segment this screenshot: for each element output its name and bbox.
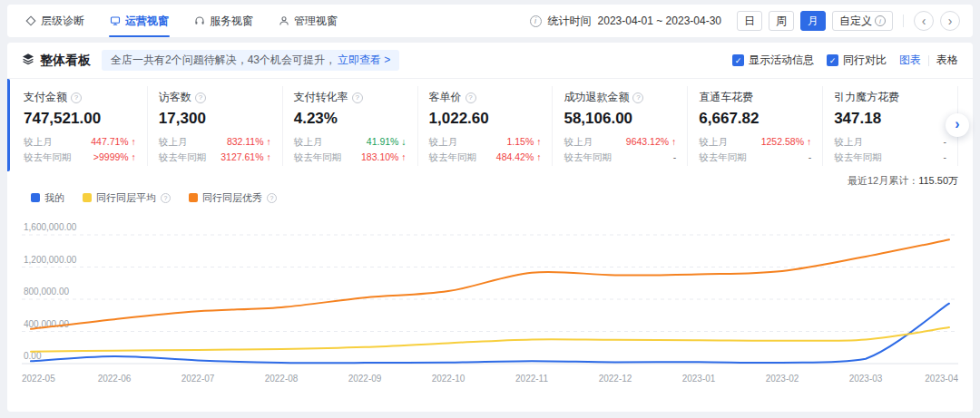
show-activity-checkbox[interactable]: 显示活动信息 [732, 53, 814, 68]
mom-label: 较上月 [834, 134, 863, 150]
notice-text: 全店一共有2个问题待解决，43个机会可提升， [111, 53, 336, 68]
legend-item-peer-excellent[interactable]: 同行同层优秀 [189, 191, 277, 205]
svg-text:2023-03: 2023-03 [849, 374, 883, 384]
date-controls: 统计时间 2023-04-01 ~ 2023-04-30 日 周 月 自定义 [530, 11, 960, 31]
range-custom-label: 自定义 [839, 14, 872, 29]
legend-item-peer-average[interactable]: 同行同层平均 [83, 191, 171, 205]
metric-card-visitors[interactable]: 访客数 17,300 较上月 832.11% ↑ 较去年同期 3127.61% … [148, 86, 283, 166]
divider [928, 55, 929, 66]
tab-operation-view[interactable]: 运营视窗 [97, 5, 181, 37]
metric-card-conversion-rate[interactable]: 支付转化率 4.23% 较上月 41.91% ↓ 较去年同期 183.10% ↑ [283, 86, 418, 166]
yoy-delta: 484.42% ↑ [496, 150, 542, 165]
svg-text:2022-10: 2022-10 [432, 374, 466, 384]
help-icon[interactable] [466, 92, 476, 103]
svg-text:800,000.00: 800,000.00 [24, 287, 69, 296]
legend-label: 同行同层优秀 [202, 191, 262, 205]
tab-service-view[interactable]: 服务视窗 [181, 5, 266, 37]
mom-delta: 41.91% ↓ [367, 134, 407, 150]
legend-item-mine[interactable]: 我的 [31, 191, 64, 205]
mom-delta: 447.71% ↑ [91, 134, 136, 150]
monitor-icon [110, 15, 121, 26]
metric-title: 访客数 [159, 90, 191, 105]
help-icon[interactable] [195, 92, 206, 103]
metric-card-gravity-cube-cost[interactable]: 引力魔方花费 347.18 较上月 - 较去年同期 - [823, 86, 958, 166]
metric-card-refund-amount[interactable]: 成功退款金额 58,106.00 较上月 9643.12% ↑ 较去年同期 - [553, 86, 688, 166]
divider [903, 15, 904, 27]
legend-swatch-blue [31, 193, 40, 202]
svg-text:2023-02: 2023-02 [766, 374, 799, 384]
headset-icon [194, 15, 205, 26]
next-period-button[interactable] [940, 11, 960, 31]
tab-management-view[interactable]: 管理视窗 [266, 5, 350, 37]
info-icon[interactable] [530, 15, 542, 27]
mom-delta: 9643.12% ↑ [626, 134, 676, 150]
svg-text:2022-05: 2022-05 [22, 374, 55, 384]
board-title-text: 整体看板 [40, 53, 91, 69]
metric-card-express-train-cost[interactable]: 直通车花费 6,667.82 较上月 1252.58% ↑ 较去年同期 - [688, 86, 823, 166]
tab-label: 层级诊断 [41, 14, 84, 29]
range-month-button[interactable]: 月 [800, 11, 826, 31]
help-icon[interactable] [632, 92, 643, 103]
cards-scroll-next-button[interactable] [946, 113, 969, 137]
yoy-delta: - [673, 150, 677, 165]
legend-label: 同行同层平均 [96, 191, 156, 205]
stat-time-value: 2023-04-01 ~ 2023-04-30 [598, 15, 721, 27]
overview-board-panel: 整体看板 全店一共有2个问题待解决，43个机会可提升， 立即查看 > 显示活动信… [7, 43, 973, 412]
svg-text:2022-06: 2022-06 [98, 374, 132, 384]
mom-delta: 1252.58% ↑ [761, 134, 811, 150]
tab-label: 运营视窗 [125, 14, 169, 29]
svg-text:1,200,000.00: 1,200,000.00 [24, 255, 77, 265]
help-icon[interactable] [352, 92, 363, 103]
layers-icon [22, 53, 34, 68]
legend-swatch-yellow [83, 193, 92, 202]
cumulative-total: 最近12月累计：115.50万 [22, 173, 958, 188]
table-view-link[interactable]: 表格 [936, 53, 958, 68]
peer-compare-checkbox[interactable]: 同行对比 [827, 53, 887, 68]
metric-value: 347.18 [834, 110, 946, 128]
svg-text:2022-11: 2022-11 [515, 374, 548, 384]
board-title: 整体看板 [22, 53, 91, 69]
tab-label: 服务视窗 [210, 14, 253, 29]
yoy-delta: >9999% ↑ [93, 150, 136, 165]
range-week-button[interactable]: 周 [769, 11, 794, 31]
help-icon[interactable] [267, 193, 277, 203]
metric-cards-row: 支付金额 747,521.00 较上月 447.71% ↑ 较去年同期 >999… [7, 79, 973, 171]
range-day-button[interactable]: 日 [737, 11, 762, 31]
metric-title: 引力魔方花费 [834, 90, 899, 105]
metric-value: 6,667.82 [699, 110, 811, 128]
mom-label: 较上月 [699, 134, 728, 150]
board-header: 整体看板 全店一共有2个问题待解决，43个机会可提升， 立即查看 > 显示活动信… [7, 43, 973, 79]
view-now-link[interactable]: 立即查看 > [338, 53, 390, 68]
person-icon [279, 15, 289, 26]
issues-notice: 全店一共有2个问题待解决，43个机会可提升， 立即查看 > [102, 50, 399, 71]
chart-view-link[interactable]: 图表 [899, 53, 921, 68]
top-nav-bar: 层级诊断 运营视窗 服务视窗 管理视窗 [7, 5, 973, 37]
metric-card-payment-amount[interactable]: 支付金额 747,521.00 较上月 447.71% ↑ 较去年同期 >999… [22, 86, 148, 166]
range-custom-button[interactable]: 自定义 [832, 11, 893, 31]
yoy-label: 较去年同期 [429, 150, 477, 165]
mom-delta: 832.11% ↑ [227, 134, 271, 150]
metric-title: 成功退款金额 [564, 90, 629, 105]
mom-label: 较上月 [159, 134, 188, 150]
cumulative-total-label: 最近12月累计： [848, 175, 918, 186]
metric-value: 17,300 [159, 110, 271, 128]
tab-level-diagnosis[interactable]: 层级诊断 [13, 5, 97, 37]
chart-area: 0.00400,000.00800,000.001,200,000.001,60… [22, 208, 958, 412]
dashboard-page: 层级诊断 运营视窗 服务视窗 管理视窗 [0, 0, 980, 418]
yoy-delta: 183.10% ↑ [361, 150, 407, 165]
help-icon[interactable] [161, 193, 171, 203]
svg-text:2022-07: 2022-07 [181, 374, 215, 384]
trend-chart-section: 最近12月累计：115.50万 我的 同行同层平均 同行同层优秀 [7, 171, 973, 412]
yoy-label: 较去年同期 [24, 150, 72, 165]
help-icon[interactable] [71, 92, 82, 103]
peer-compare-label: 同行对比 [843, 53, 887, 68]
metric-card-avg-order-value[interactable]: 客单价 1,022.60 较上月 1.15% ↑ 较去年同期 484.42% ↑ [418, 86, 554, 166]
yoy-label: 较去年同期 [564, 150, 612, 165]
metric-title: 支付金额 [24, 90, 67, 105]
show-activity-label: 显示活动信息 [749, 53, 814, 68]
svg-text:2023-04: 2023-04 [925, 374, 958, 384]
checkbox-checked-icon [732, 54, 744, 66]
prev-period-button[interactable] [914, 11, 934, 31]
svg-text:2022-08: 2022-08 [265, 374, 299, 384]
yoy-delta: - [808, 150, 812, 165]
